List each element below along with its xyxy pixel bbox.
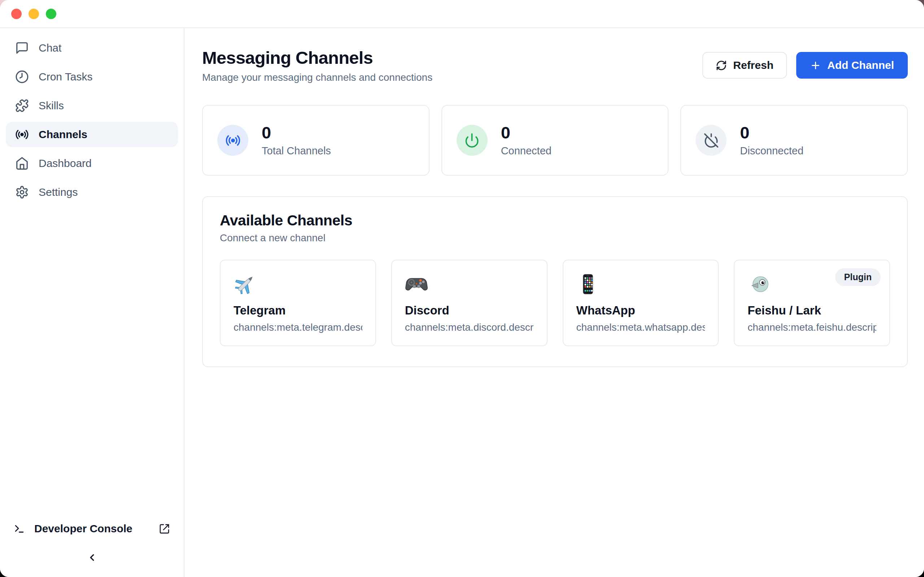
stat-value: 0 — [262, 124, 331, 141]
channel-name: Feishu / Lark — [748, 304, 876, 318]
stat-icon-wrap — [217, 125, 248, 156]
page-title: Messaging Channels — [202, 48, 432, 68]
airplane-emoji-icon — [234, 272, 257, 296]
stat-value: 0 — [740, 124, 803, 141]
sidebar-item-dashboard[interactable]: Dashboard — [6, 151, 178, 176]
stat-text: 0 Disconnected — [740, 124, 803, 157]
add-channel-button-label: Add Channel — [827, 59, 894, 71]
channel-name: WhatsApp — [577, 304, 705, 318]
stat-label: Total Channels — [262, 145, 331, 157]
channel-card-whatsapp[interactable]: WhatsApp channels:meta.whatsapp.descript… — [563, 259, 719, 346]
channel-description: channels:meta.feishu.description — [748, 322, 876, 333]
sidebar-item-label: Dashboard — [39, 157, 92, 169]
stat-value: 0 — [501, 124, 551, 141]
developer-console-label: Developer Console — [34, 522, 132, 535]
chat-bubble-icon — [15, 41, 29, 55]
sidebar: Chat Cron Tasks Skills Channels Dashboar… — [0, 28, 184, 577]
sidebar-item-settings[interactable]: Settings — [6, 180, 178, 205]
content-area: Messaging Channels Manage your messaging… — [184, 28, 924, 577]
channel-name: Discord — [405, 304, 534, 318]
power-off-icon — [703, 133, 719, 148]
gamepad-emoji-icon — [405, 272, 428, 296]
channel-description: channels:meta.telegram.description — [234, 322, 362, 333]
sidebar-item-chat[interactable]: Chat — [6, 35, 178, 61]
available-channels-panel: Available Channels Connect a new channel — [202, 196, 908, 367]
refresh-button-label: Refresh — [733, 59, 774, 71]
gear-icon — [15, 185, 29, 199]
sidebar-item-cron-tasks[interactable]: Cron Tasks — [6, 64, 178, 89]
broadcast-icon — [225, 133, 241, 148]
zoom-window-button[interactable] — [46, 9, 56, 19]
page-subtitle: Manage your messaging channels and conne… — [202, 72, 432, 83]
minimize-window-button[interactable] — [29, 9, 39, 19]
sidebar-item-label: Cron Tasks — [39, 71, 93, 83]
channel-card-discord[interactable]: Discord channels:meta.discord.descriptio… — [391, 259, 548, 346]
sidebar-item-skills[interactable]: Skills — [6, 93, 178, 118]
titlebar — [0, 0, 924, 28]
close-window-button[interactable] — [11, 9, 22, 19]
stat-text: 0 Connected — [501, 124, 551, 157]
terminal-icon — [14, 523, 25, 534]
page-header: Messaging Channels Manage your messaging… — [202, 48, 908, 83]
sidebar-item-label: Channels — [39, 128, 87, 141]
stat-icon-wrap — [696, 125, 727, 156]
plugin-badge: Plugin — [835, 268, 881, 286]
add-channel-button[interactable]: Add Channel — [796, 52, 908, 79]
channel-card-feishu[interactable]: Plugin Feishu / Lark channels:meta. — [734, 259, 890, 346]
developer-console-link[interactable]: Developer Console — [6, 517, 178, 540]
sidebar-item-label: Skills — [39, 100, 64, 112]
plus-icon — [810, 60, 821, 71]
power-icon — [464, 133, 480, 148]
panel-title: Available Channels — [220, 212, 890, 229]
broadcast-icon — [15, 128, 29, 141]
panel-subtitle: Connect a new channel — [220, 232, 890, 244]
bird-emoji-icon — [748, 272, 771, 296]
sidebar-item-channels[interactable]: Channels — [6, 122, 178, 147]
stat-label: Disconnected — [740, 145, 803, 157]
channel-name: Telegram — [234, 304, 362, 318]
stat-card-disconnected: 0 Disconnected — [680, 105, 908, 176]
external-link-icon[interactable] — [159, 523, 170, 534]
phone-emoji-icon — [577, 272, 599, 296]
refresh-button[interactable]: Refresh — [703, 52, 787, 79]
app-window: Chat Cron Tasks Skills Channels Dashboar… — [0, 0, 924, 577]
stat-card-total-channels: 0 Total Channels — [202, 105, 430, 176]
channel-card-telegram[interactable]: Telegram channels:meta.telegram.descript… — [220, 259, 376, 346]
stat-icon-wrap — [457, 125, 488, 156]
channel-description: channels:meta.whatsapp.description — [577, 322, 705, 333]
main-layout: Chat Cron Tasks Skills Channels Dashboar… — [0, 28, 924, 577]
collapse-sidebar-button[interactable] — [84, 550, 100, 566]
sidebar-item-label: Settings — [39, 186, 78, 198]
refresh-icon — [716, 60, 727, 71]
sidebar-collapse-row — [6, 540, 178, 577]
channel-grid: Telegram channels:meta.telegram.descript… — [220, 259, 890, 346]
stat-card-connected: 0 Connected — [441, 105, 669, 176]
puzzle-icon — [15, 99, 29, 113]
sidebar-item-label: Chat — [39, 42, 61, 54]
home-icon — [15, 156, 29, 170]
sidebar-spacer — [6, 208, 178, 517]
stat-label: Connected — [501, 145, 551, 157]
stats-row: 0 Total Channels 0 Connected — [202, 105, 908, 176]
header-actions: Refresh Add Channel — [703, 52, 908, 79]
chevron-left-icon — [87, 552, 97, 563]
channel-description: channels:meta.discord.description — [405, 322, 534, 333]
clock-icon — [15, 70, 29, 84]
page-header-text: Messaging Channels Manage your messaging… — [202, 48, 432, 83]
stat-text: 0 Total Channels — [262, 124, 331, 157]
